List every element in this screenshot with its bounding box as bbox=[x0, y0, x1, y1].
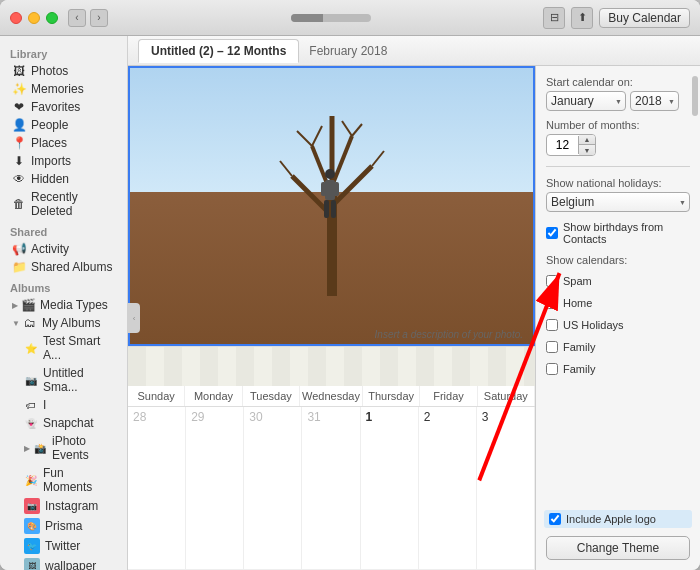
photo-area[interactable]: Insert a description of your photo. bbox=[128, 66, 535, 346]
sidebar: Library 🖼 Photos ✨ Memories ❤ Favorites … bbox=[0, 36, 128, 570]
stepper-down-button[interactable]: ▼ bbox=[579, 145, 595, 155]
i-icon: 🏷 bbox=[24, 398, 38, 412]
sidebar-item-label: Test Smart A... bbox=[43, 334, 115, 362]
traffic-lights bbox=[10, 12, 58, 24]
stepper-up-button[interactable]: ▲ bbox=[579, 135, 595, 145]
num-months-value: 12 bbox=[547, 136, 579, 154]
start-calendar-selects: January February 2018 bbox=[546, 91, 690, 111]
cal-day-2[interactable]: 2 bbox=[419, 407, 477, 569]
sidebar-item-test-smart[interactable]: ⭐ Test Smart A... bbox=[2, 332, 125, 364]
calendar-spam-checkbox[interactable] bbox=[546, 275, 558, 287]
calendar-spam-row: Spam bbox=[546, 274, 690, 288]
hidden-icon: 👁 bbox=[12, 172, 26, 186]
sidebar-item-people[interactable]: 👤 People bbox=[2, 116, 125, 134]
calendar-home-checkbox[interactable] bbox=[546, 297, 558, 309]
smart-album-icon: ⭐ bbox=[24, 341, 38, 355]
sidebar-item-instagram[interactable]: 📷 Instagram bbox=[2, 496, 125, 516]
sidebar-item-label: Hidden bbox=[31, 172, 69, 186]
cal-day-28[interactable]: 28 bbox=[128, 407, 186, 569]
sidebar-item-memories[interactable]: ✨ Memories bbox=[2, 80, 125, 98]
sidebar-item-places[interactable]: 📍 Places bbox=[2, 134, 125, 152]
svg-rect-15 bbox=[334, 182, 339, 196]
birthdays-checkbox-row: Show birthdays from Contacts bbox=[546, 220, 690, 246]
untitled-icon: 📷 bbox=[24, 373, 38, 387]
sidebar-item-snapchat[interactable]: 👻 Snapchat bbox=[2, 414, 125, 432]
iphoto-icon: 📸 bbox=[33, 441, 47, 455]
cal-day-1[interactable]: 1 bbox=[361, 407, 419, 569]
sidebar-toggle-button[interactable]: ⊟ bbox=[543, 7, 565, 29]
calendar-us-holidays-checkbox[interactable] bbox=[546, 319, 558, 331]
num-months-stepper[interactable]: 12 ▲ ▼ bbox=[546, 134, 596, 156]
library-section-label: Library bbox=[0, 42, 127, 62]
day-header-thursday: Thursday bbox=[363, 386, 420, 406]
start-calendar-label: Start calendar on: bbox=[546, 76, 690, 88]
content-area: Untitled (2) – 12 Months February 2018 ‹ bbox=[128, 36, 700, 570]
svg-rect-14 bbox=[321, 182, 326, 196]
photos-icon: 🖼 bbox=[12, 64, 26, 78]
holidays-select[interactable]: Belgium United States United Kingdom bbox=[546, 192, 690, 212]
minimize-button[interactable] bbox=[28, 12, 40, 24]
cal-day-31[interactable]: 31 bbox=[302, 407, 360, 569]
month-select[interactable]: January February bbox=[546, 91, 626, 111]
memories-icon: ✨ bbox=[12, 82, 26, 96]
photo-caption: Insert a description of your photo. bbox=[375, 329, 523, 340]
svg-line-8 bbox=[342, 121, 352, 136]
cal-day-29[interactable]: 29 bbox=[186, 407, 244, 569]
show-calendars-label: Show calendars: bbox=[546, 254, 690, 266]
scrollbar-indicator[interactable] bbox=[692, 76, 698, 116]
settings-divider-1 bbox=[546, 166, 690, 167]
birthdays-label: Show birthdays from Contacts bbox=[563, 221, 690, 245]
change-theme-button[interactable]: Change Theme bbox=[546, 536, 690, 560]
calendar-page: ‹ bbox=[128, 66, 535, 570]
sidebar-item-favorites[interactable]: ❤ Favorites bbox=[2, 98, 125, 116]
sidebar-item-i[interactable]: 🏷 I bbox=[2, 396, 125, 414]
sidebar-item-photos[interactable]: 🖼 Photos bbox=[2, 62, 125, 80]
disclosure-icon: ▶ bbox=[12, 301, 18, 310]
calendar-day-row: 28 29 30 31 1 2 3 bbox=[128, 407, 535, 570]
buy-calendar-button[interactable]: Buy Calendar bbox=[599, 8, 690, 28]
close-button[interactable] bbox=[10, 12, 22, 24]
sidebar-item-label: I bbox=[43, 398, 46, 412]
settings-panel: Start calendar on: January February 2 bbox=[535, 66, 700, 570]
sidebar-item-my-albums[interactable]: ▼ 🗂 My Albums bbox=[2, 314, 125, 332]
forward-button[interactable]: › bbox=[90, 9, 108, 27]
sidebar-item-label: Activity bbox=[31, 242, 69, 256]
imports-icon: ⬇ bbox=[12, 154, 26, 168]
start-calendar-row: Start calendar on: January February 2 bbox=[546, 76, 690, 111]
sidebar-item-label: Snapchat bbox=[43, 416, 94, 430]
fun-moments-icon: 🎉 bbox=[24, 473, 38, 487]
progress-fill bbox=[291, 14, 323, 22]
sidebar-item-hidden[interactable]: 👁 Hidden bbox=[2, 170, 125, 188]
apple-logo-checkbox[interactable] bbox=[549, 513, 561, 525]
sidebar-item-untitled-smart[interactable]: 📷 Untitled Sma... bbox=[2, 364, 125, 396]
my-albums-icon: 🗂 bbox=[23, 316, 37, 330]
sidebar-item-iphoto-events[interactable]: ▶ 📸 iPhoto Events bbox=[2, 432, 125, 464]
calendar-family1-checkbox[interactable] bbox=[546, 341, 558, 353]
sidebar-item-wallpaper[interactable]: 🖼 wallpaper bbox=[2, 556, 125, 570]
tab-untitled[interactable]: Untitled (2) – 12 Months bbox=[138, 39, 299, 63]
albums-section-label: Albums bbox=[0, 276, 127, 296]
calendar-family2-checkbox[interactable] bbox=[546, 363, 558, 375]
sidebar-item-fun-moments[interactable]: 🎉 Fun Moments bbox=[2, 464, 125, 496]
sidebar-item-media-types[interactable]: ▶ 🎬 Media Types bbox=[2, 296, 125, 314]
cal-day-30[interactable]: 30 bbox=[244, 407, 302, 569]
snapchat-icon: 👻 bbox=[24, 416, 38, 430]
year-select[interactable]: 2018 bbox=[630, 91, 679, 111]
sidebar-item-twitter[interactable]: 🐦 Twitter bbox=[2, 536, 125, 556]
back-button[interactable]: ‹ bbox=[68, 9, 86, 27]
sidebar-item-shared-albums[interactable]: 📁 Shared Albums bbox=[2, 258, 125, 276]
sidebar-item-prisma[interactable]: 🎨 Prisma bbox=[2, 516, 125, 536]
sidebar-item-recently-deleted[interactable]: 🗑 Recently Deleted bbox=[2, 188, 125, 220]
sidebar-item-activity[interactable]: 📢 Activity bbox=[2, 240, 125, 258]
left-handle[interactable]: ‹ bbox=[128, 303, 140, 333]
svg-line-7 bbox=[312, 126, 322, 146]
calendar-grid: Sunday Monday Tuesday Wednesday Thursday… bbox=[128, 386, 535, 570]
birthdays-checkbox[interactable] bbox=[546, 227, 558, 239]
sidebar-item-imports[interactable]: ⬇ Imports bbox=[2, 152, 125, 170]
share-button[interactable]: ⬆ bbox=[571, 7, 593, 29]
maximize-button[interactable] bbox=[46, 12, 58, 24]
holidays-row: Show national holidays: Belgium United S… bbox=[546, 177, 690, 212]
sidebar-item-label: Twitter bbox=[45, 539, 80, 553]
cal-day-3[interactable]: 3 bbox=[477, 407, 535, 569]
svg-rect-16 bbox=[324, 200, 329, 218]
